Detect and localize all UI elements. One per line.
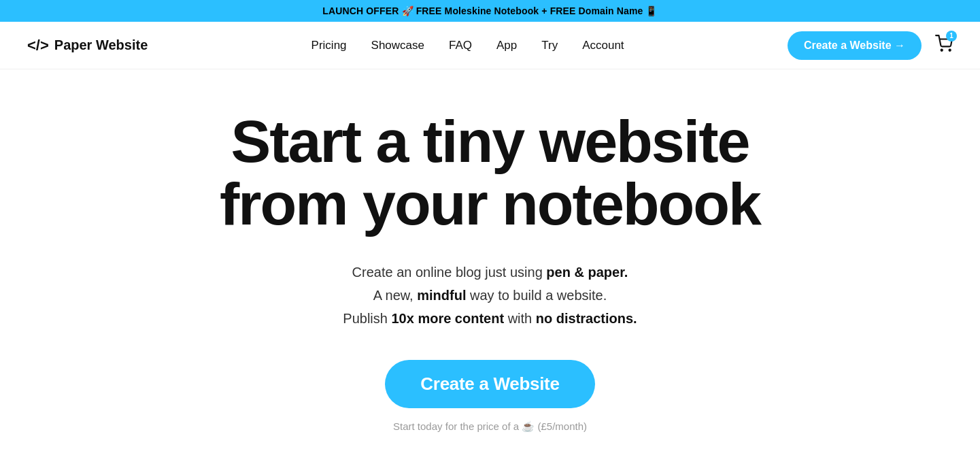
logo-icon: </> (27, 37, 49, 54)
hero-subtext-bold4: no distractions. (536, 311, 637, 326)
nav: Pricing Showcase FAQ App Try Account (148, 39, 788, 52)
svg-point-0 (941, 49, 943, 50)
hero-footnote: Start today for the price of a ☕ (£5/mon… (393, 420, 587, 433)
hero-subtext-line2: A new, (373, 288, 418, 303)
nav-app[interactable]: App (496, 39, 517, 52)
logo-text: Paper Website (54, 37, 148, 53)
hero-section: Start a tiny website from your notebook … (0, 69, 980, 460)
nav-account[interactable]: Account (582, 39, 624, 52)
hero-subtext-mid3: with (504, 311, 536, 326)
header-right: Create a Website → 1 (788, 31, 953, 60)
hero-subtext: Create an online blog just using pen & p… (343, 261, 637, 330)
logo[interactable]: </> Paper Website (27, 37, 148, 54)
create-website-hero-button[interactable]: Create a Website (385, 360, 594, 408)
hero-headline: Start a tiny website from your notebook (184, 110, 796, 236)
hero-subtext-bold3: 10x more content (391, 311, 504, 326)
announcement-bar: LAUNCH OFFER 🚀 FREE Moleskine Notebook +… (0, 0, 980, 22)
hero-subtext-mid2: way to build a website. (466, 288, 607, 303)
create-website-header-button[interactable]: Create a Website → (788, 31, 922, 60)
hero-subtext-bold2: mindful (417, 288, 466, 303)
header: </> Paper Website Pricing Showcase FAQ A… (0, 22, 980, 69)
hero-subtext-bold1: pen & paper. (546, 265, 628, 280)
hero-subtext-line1: Create an online blog just using (352, 265, 547, 280)
nav-faq[interactable]: FAQ (449, 39, 472, 52)
hero-subtext-line3: Publish (343, 311, 391, 326)
nav-showcase[interactable]: Showcase (371, 39, 424, 52)
cart-badge: 1 (946, 31, 957, 42)
svg-point-1 (949, 49, 951, 50)
nav-try[interactable]: Try (541, 39, 558, 52)
cart-icon[interactable]: 1 (935, 35, 953, 56)
nav-pricing[interactable]: Pricing (311, 39, 347, 52)
